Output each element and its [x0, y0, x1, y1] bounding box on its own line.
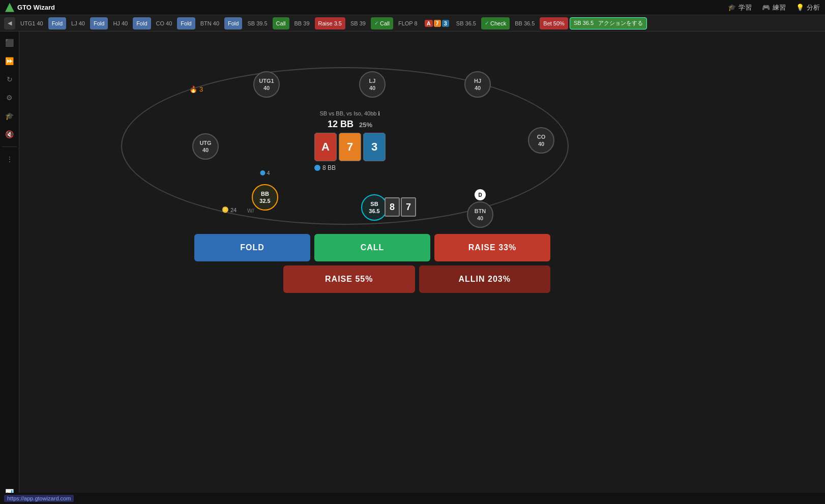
- bc-sb2-label: SB 39: [347, 17, 369, 29]
- sb-hole-cards: 8 7: [385, 197, 416, 217]
- fold-button[interactable]: FOLD: [194, 234, 310, 261]
- seat-sb: SB 36.5: [361, 194, 388, 221]
- bc-co-label: CO 40: [153, 17, 176, 29]
- bet-chip-icon: [314, 165, 320, 171]
- bet-indicator: 8 BB: [314, 164, 386, 171]
- sidebar-refresh-icon[interactable]: ↻: [4, 73, 16, 85]
- sidebar-mute-icon[interactable]: 🔇: [4, 128, 16, 140]
- seat-hj-circle: HJ 40: [464, 71, 491, 98]
- seat-lj: LJ 40: [359, 71, 386, 98]
- seat-utg1-circle: UTG1 40: [253, 71, 280, 98]
- bc-utg1-fold[interactable]: Fold: [48, 17, 66, 29]
- seat-utg1: UTG1 40: [253, 71, 280, 98]
- bc-hj-fold[interactable]: Fold: [133, 17, 151, 29]
- sb-card-1: 8: [385, 197, 400, 217]
- practice-label: 練習: [773, 3, 786, 12]
- logo-icon: [5, 3, 14, 12]
- bc-sb3-label: SB 36.5: [453, 17, 480, 29]
- seat-utg-circle: UTG 40: [192, 133, 219, 160]
- seat-lj-circle: LJ 40: [359, 71, 386, 98]
- table-icon: 🪙: [222, 206, 229, 213]
- card-ace: A: [314, 133, 337, 161]
- bc-hj-label: HJ 40: [109, 17, 131, 29]
- sidebar-divider: [2, 146, 17, 147]
- bc-btn-fold[interactable]: Fold: [224, 17, 242, 29]
- bc-sb1-call[interactable]: Call: [273, 17, 289, 29]
- stack-left-indicator: 🪙 24: [222, 206, 237, 213]
- action-row-2: RAISE 55% ALLIN 203%: [194, 265, 550, 293]
- study-label: 学習: [739, 3, 752, 12]
- bc-sb1-label: SB 39.5: [244, 17, 271, 29]
- seat-utg: UTG 40: [192, 133, 219, 160]
- bc-bb2-label: BB 36.5: [511, 17, 538, 29]
- stack-left-label: W/: [247, 207, 254, 214]
- bc-sb-active[interactable]: SB 36.5 アクションをする: [570, 17, 647, 29]
- analyze-icon: 💡: [796, 4, 804, 11]
- bc-utg1-label: UTG1 40: [17, 17, 47, 29]
- pot-amount: 12 BB 25%: [314, 119, 386, 130]
- bc-bb2-bet[interactable]: Bet 50%: [540, 17, 568, 29]
- sidebar-stop-icon[interactable]: ⬛: [4, 37, 16, 49]
- seat-bb-circle: BB 32.5: [252, 184, 278, 211]
- nav-analyze[interactable]: 💡 分析: [796, 3, 820, 12]
- app-logo: GTO Wizard: [5, 3, 55, 12]
- nav-study[interactable]: 🎓 学習: [728, 3, 752, 12]
- pot-pct: 25%: [359, 121, 372, 129]
- sidebar-forward-icon[interactable]: ⏩: [4, 55, 16, 67]
- seat-hj: HJ 40: [464, 71, 491, 98]
- seat-co: CO 40: [528, 127, 554, 154]
- sidebar-school-icon[interactable]: 🎓: [4, 110, 16, 122]
- sidebar: ⬛ ⏩ ↻ ⚙ 🎓 🔇 ⋮ 📊: [0, 32, 19, 504]
- bc-co-fold[interactable]: Fold: [177, 17, 195, 29]
- breadcrumb-bar: ◀ UTG1 40 Fold LJ 40 Fold HJ 40 Fold CO …: [0, 15, 825, 32]
- bc-lj-fold[interactable]: Fold: [90, 17, 108, 29]
- seat-bb-wrapper: BB 32.5: [252, 184, 278, 211]
- bc-bb-label: BB 39: [291, 17, 313, 29]
- seat-btn: D BTN 40: [467, 189, 493, 228]
- center-info: SB vs BB, vs Iso, 40bb ℹ 12 BB 25% A 7 3…: [314, 110, 386, 171]
- bc-bb-raise[interactable]: Raise 3.5: [315, 17, 345, 29]
- call-button[interactable]: CALL: [314, 234, 430, 261]
- action-buttons: FOLD CALL RAISE 33% RAISE 55% ALLIN 203%: [194, 234, 550, 297]
- action-row-1: FOLD CALL RAISE 33%: [194, 234, 550, 261]
- titlebar: GTO Wizard 🎓 学習 🎮 練習 💡 分析: [0, 0, 825, 15]
- bc-btn-label: BTN 40: [197, 17, 223, 29]
- app-title: GTO Wizard: [17, 4, 55, 11]
- seat-btn-circle: BTN 40: [467, 201, 493, 228]
- practice-icon: 🎮: [762, 4, 770, 11]
- bc-sb3-check[interactable]: ✓Check: [481, 17, 510, 29]
- seat-bb: BB 32.5 4: [252, 184, 278, 211]
- card-seven: 7: [339, 133, 361, 161]
- sidebar-settings-icon[interactable]: ⚙: [4, 92, 16, 104]
- nav-practice[interactable]: 🎮 練習: [762, 3, 786, 12]
- bb-chip-value: 4: [267, 170, 270, 176]
- bc-sb2-call[interactable]: ✓Call: [371, 17, 393, 29]
- bc-lj-label: LJ 40: [68, 17, 89, 29]
- community-cards: A 7 3: [314, 133, 386, 161]
- raise55-button[interactable]: RAISE 55%: [283, 265, 415, 293]
- main-content: 🔥 3 UTG1 40 LJ 40 HJ 40: [19, 32, 825, 504]
- raise33-button[interactable]: RAISE 33%: [434, 234, 550, 261]
- pot-info-label: SB vs BB, vs Iso, 40bb ℹ: [314, 110, 386, 117]
- dealer-button: D: [475, 189, 486, 200]
- bc-flop-cards: A 7 3: [423, 17, 451, 29]
- study-icon: 🎓: [728, 4, 736, 11]
- allin-button[interactable]: ALLIN 203%: [419, 265, 551, 293]
- bc-flop-label: FLOP 8: [395, 17, 421, 29]
- seat-co-circle: CO 40: [528, 127, 554, 154]
- chip-icon: [260, 170, 265, 175]
- bet-amount: 8 BB: [322, 164, 336, 171]
- back-button[interactable]: ◀: [4, 17, 15, 29]
- bottom-bar: https://app.gtowizard.com: [0, 493, 825, 504]
- seat-sb-circle: SB 36.5: [361, 194, 388, 221]
- analyze-label: 分析: [807, 3, 820, 12]
- bottom-url: https://app.gtowizard.com: [4, 495, 74, 502]
- stack-left-value: 24: [230, 207, 237, 213]
- nav-items: 🎓 学習 🎮 練習 💡 分析: [728, 3, 820, 12]
- bb-chip-indicator: 4: [260, 170, 270, 176]
- sb-card-2: 7: [401, 197, 416, 217]
- card-three: 3: [363, 133, 386, 161]
- sidebar-more-icon[interactable]: ⋮: [4, 153, 16, 165]
